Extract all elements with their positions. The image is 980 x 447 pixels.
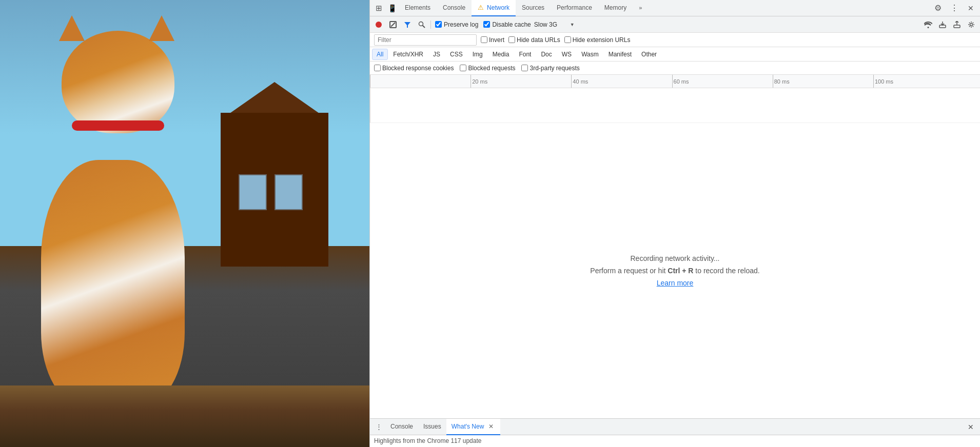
- stop-button[interactable]: [386, 18, 400, 31]
- export-har-button[interactable]: [950, 18, 964, 31]
- svg-point-4: [419, 22, 423, 26]
- type-filter-ws[interactable]: WS: [557, 49, 576, 60]
- filter-button[interactable]: [401, 18, 414, 31]
- hide-data-urls-checkbox[interactable]: [508, 36, 515, 43]
- preserve-log-checkbox-label[interactable]: Preserve log: [433, 21, 480, 28]
- type-filter-all[interactable]: All: [372, 49, 388, 60]
- inspect-element-icon[interactable]: ⊞: [372, 2, 385, 15]
- req-filter-blocked-response-cookies[interactable]: Blocked response cookies: [374, 65, 454, 72]
- svg-point-0: [376, 22, 382, 28]
- type-filter-css[interactable]: CSS: [445, 49, 467, 60]
- throttle-selector[interactable]: No throttling Fast 3G Slow 3G Offline ▼: [534, 21, 575, 28]
- warning-icon: ⚠: [478, 4, 484, 11]
- invert-checkbox[interactable]: [481, 36, 487, 43]
- close-bottom-panel-button[interactable]: ✕: [964, 420, 978, 434]
- svg-rect-7: [954, 25, 960, 28]
- filter-bar: Invert Hide data URLs Hide extension URL…: [370, 33, 980, 47]
- timeline-tick: 20 ms: [471, 75, 487, 88]
- req-filter-blocked-requests[interactable]: Blocked requests: [460, 65, 515, 72]
- tab-sources[interactable]: Sources: [516, 0, 551, 16]
- close-devtools-button[interactable]: ✕: [964, 1, 978, 15]
- settings-button[interactable]: ⚙: [931, 1, 945, 15]
- tab-memory[interactable]: Memory: [598, 0, 633, 16]
- bottom-panel: ⋮ Console Issues What's New ✕ ✕ Highligh…: [370, 418, 980, 447]
- learn-more-link[interactable]: Learn more: [657, 279, 694, 287]
- bottom-tab-console[interactable]: Console: [385, 419, 418, 435]
- timeline-tick: 40 ms: [571, 75, 588, 88]
- network-empty-state: Recording network activity... Perform a …: [370, 123, 980, 418]
- toolbar-separator-1: [430, 21, 431, 29]
- close-whats-new-tab[interactable]: ✕: [487, 422, 495, 431]
- device-toolbar-icon[interactable]: 📱: [385, 2, 399, 15]
- timeline-tick: 80 ms: [773, 75, 790, 88]
- svg-marker-3: [404, 22, 410, 28]
- bottom-menu-icon[interactable]: ⋮: [372, 420, 385, 434]
- type-filter-manifest[interactable]: Manifest: [604, 49, 636, 60]
- network-conditions-button[interactable]: [922, 18, 935, 31]
- type-filter-bar: AllFetch/XHRJSCSSImgMediaFontDocWSWasmMa…: [370, 47, 980, 62]
- more-options-button[interactable]: ⋮: [947, 1, 962, 15]
- tab-more[interactable]: »: [633, 0, 648, 16]
- timeline-tick: 100 ms: [873, 75, 893, 88]
- devtools-panel: ⊞ 📱 Elements Console ⚠ Network Sources P…: [369, 0, 980, 447]
- preserve-log-checkbox[interactable]: [435, 21, 442, 28]
- close-bottom-panel: ✕: [964, 420, 978, 434]
- type-filter-js[interactable]: JS: [428, 49, 445, 60]
- network-toolbar: Preserve log Disable cache No throttling…: [370, 16, 980, 33]
- timeline-header: 20 ms40 ms60 ms80 ms100 ms: [370, 75, 980, 88]
- filter-options: Invert Hide data URLs Hide extension URL…: [481, 36, 630, 44]
- type-filter-font[interactable]: Font: [514, 49, 536, 60]
- bottom-tab-issues[interactable]: Issues: [418, 419, 446, 435]
- req-filter-3rd-party-requests[interactable]: 3rd-party requests: [521, 65, 579, 72]
- hide-extension-urls-checkbox-label[interactable]: Hide extension URLs: [564, 36, 631, 44]
- devtools-tab-actions: ⚙ ⋮ ✕: [931, 1, 978, 15]
- tab-console[interactable]: Console: [437, 0, 472, 16]
- bottom-tab-bar: ⋮ Console Issues What's New ✕ ✕: [370, 419, 980, 435]
- svg-line-5: [423, 25, 425, 28]
- svg-point-8: [970, 23, 973, 26]
- request-hint-text: Perform a request or hit Ctrl + R to rec…: [590, 267, 759, 275]
- invert-checkbox-label[interactable]: Invert: [481, 36, 504, 44]
- record-button[interactable]: [372, 18, 385, 31]
- bottom-tab-whats-new[interactable]: What's New ✕: [446, 419, 501, 435]
- type-filter-media[interactable]: Media: [488, 49, 514, 60]
- bottom-content-area: Highlights from the Chrome 117 update: [370, 435, 980, 447]
- type-filter-wasm[interactable]: Wasm: [577, 49, 603, 60]
- type-filter-img[interactable]: Img: [468, 49, 487, 60]
- keyboard-shortcut: Ctrl + R: [668, 267, 693, 275]
- network-settings-button[interactable]: [965, 18, 978, 31]
- tab-performance[interactable]: Performance: [551, 0, 598, 16]
- disable-cache-checkbox-label[interactable]: Disable cache: [481, 21, 533, 28]
- hide-data-urls-checkbox-label[interactable]: Hide data URLs: [508, 36, 560, 44]
- recording-text: Recording network activity...: [630, 254, 719, 262]
- bottom-content-text: Highlights from the Chrome 117 update: [374, 437, 481, 444]
- throttle-select-input[interactable]: No throttling Fast 3G Slow 3G Offline: [534, 21, 575, 28]
- toolbar-right-actions: [922, 18, 978, 31]
- tab-elements[interactable]: Elements: [399, 0, 437, 16]
- type-filter-doc[interactable]: Doc: [536, 49, 556, 60]
- disable-cache-checkbox[interactable]: [483, 21, 490, 28]
- page-preview: [0, 0, 369, 447]
- request-filter-bar: Blocked response cookiesBlocked requests…: [370, 62, 980, 75]
- search-button[interactable]: [415, 18, 428, 31]
- type-filter-other[interactable]: Other: [637, 49, 661, 60]
- hide-extension-urls-checkbox[interactable]: [564, 36, 571, 43]
- timeline-tick: 60 ms: [672, 75, 689, 88]
- type-filter-fetch-xhr[interactable]: Fetch/XHR: [388, 49, 428, 60]
- filter-input[interactable]: [374, 34, 477, 46]
- devtools-tab-bar: ⊞ 📱 Elements Console ⚠ Network Sources P…: [370, 0, 980, 16]
- svg-line-2: [391, 23, 395, 27]
- waterfall-area: [370, 88, 980, 123]
- tab-network[interactable]: ⚠ Network: [472, 0, 516, 16]
- import-har-button[interactable]: [936, 18, 949, 31]
